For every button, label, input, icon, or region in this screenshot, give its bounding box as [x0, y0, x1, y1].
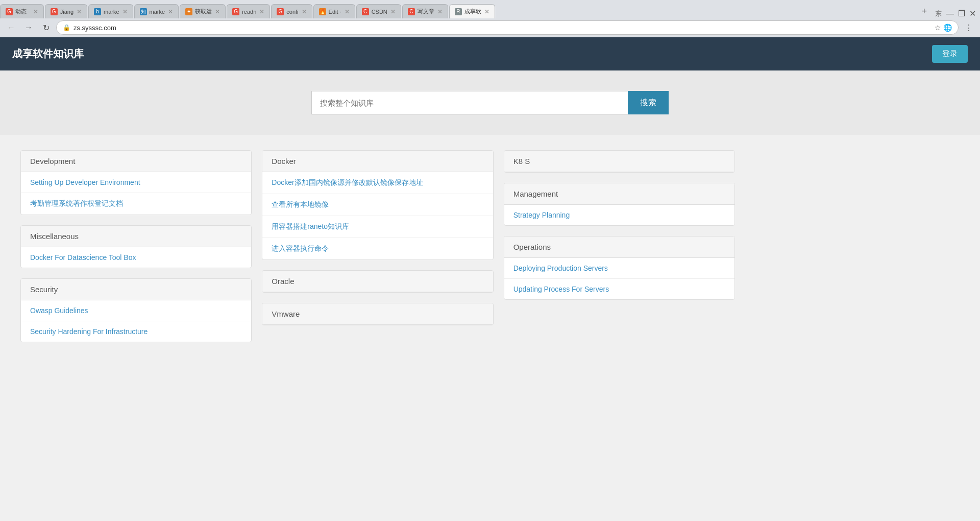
col3: K8 SManagement Strategy Planning Operati…: [504, 150, 735, 352]
category-link[interactable]: Docker For Datascience Tool Box: [30, 253, 136, 262]
category-header: Oracle: [262, 271, 493, 292]
tab-favicon: ✦: [185, 8, 192, 15]
tab-favicon: C: [362, 8, 369, 15]
category-card-k8s: K8 S: [504, 150, 735, 173]
category-card-miscellaneous: Miscellaneous Docker For Datascience Too…: [20, 225, 252, 268]
lock-icon: 🔒: [63, 24, 70, 31]
refresh-button[interactable]: ↻: [39, 20, 53, 35]
category-card-development: Development Setting Up Developer Environ…: [20, 150, 252, 215]
category-link[interactable]: 用容器搭建raneto知识库: [272, 222, 349, 230]
tab-close-icon[interactable]: ✕: [341, 8, 350, 15]
tab-favicon: 🔥: [319, 8, 326, 15]
list-item: Security Hardening For Infrastructure: [21, 321, 251, 342]
category-link[interactable]: Owasp Guidelines: [30, 306, 88, 315]
tab-label: Edit ·: [329, 9, 341, 15]
tab-close-icon[interactable]: ✕: [299, 8, 307, 15]
window-controls: 东 — ❐ ✕: [931, 9, 980, 18]
tab-favicon: b: [94, 8, 101, 15]
tab-label: 成享软: [464, 8, 481, 15]
tab-label: CSDN: [372, 9, 387, 15]
browser-tab-tab11[interactable]: R 成享软 ✕: [449, 4, 495, 18]
login-button[interactable]: 登录: [932, 45, 968, 63]
tab-label: 写文章: [418, 8, 434, 15]
browser-tab-tab2[interactable]: G Jiang ✕: [45, 4, 87, 18]
app-title: 成享软件知识库: [12, 47, 84, 61]
tab-close-icon[interactable]: ✕: [481, 8, 489, 15]
list-item: Owasp Guidelines: [21, 300, 251, 321]
app-header: 成享软件知识库 登录: [0, 37, 980, 70]
extensions-button[interactable]: ⋮: [962, 20, 976, 35]
category-header: Miscellaneous: [21, 226, 251, 247]
tab-label: marke: [104, 9, 119, 15]
browser-tab-tab4[interactable]: 知 marke ✕: [134, 4, 179, 18]
browser-tab-tab1[interactable]: G 动态 - ✕: [0, 4, 44, 18]
tab-label: 动态 -: [15, 8, 30, 15]
back-button[interactable]: ←: [4, 20, 18, 35]
tab-favicon: G: [51, 8, 58, 15]
list-item: 用容器搭建raneto知识库: [262, 216, 493, 238]
tab-close-icon[interactable]: ✕: [74, 8, 82, 15]
extra-tabs-indicator: 东: [935, 9, 942, 18]
category-header: K8 S: [504, 151, 734, 172]
browser-tab-tab10[interactable]: C 写文章 ✕: [402, 4, 448, 18]
bookmark-icon[interactable]: ☆: [935, 23, 941, 32]
category-card-oracle: Oracle: [262, 270, 493, 293]
tab-favicon: R: [455, 8, 462, 15]
category-card-security: Security Owasp Guidelines Security Harde…: [20, 278, 252, 342]
browser-tab-tab3[interactable]: b marke ✕: [88, 4, 133, 18]
category-link[interactable]: Setting Up Developer Environment: [30, 178, 140, 186]
browser-tab-tab9[interactable]: C CSDN ✕: [356, 4, 401, 18]
list-item: Strategy Planning: [504, 205, 734, 225]
browser-tab-tab8[interactable]: 🔥 Edit · ✕: [313, 4, 355, 18]
tab-close-icon[interactable]: ✕: [212, 8, 220, 15]
category-link[interactable]: Security Hardening For Infrastructure: [30, 327, 148, 336]
tab-close-icon[interactable]: ✕: [119, 8, 128, 15]
browser-tab-tab7[interactable]: G confi ✕: [271, 4, 312, 18]
tab-bar: G 动态 - ✕ G Jiang ✕ b marke ✕ 知 marke ✕ ✦…: [0, 0, 980, 18]
close-button[interactable]: ✕: [969, 9, 976, 18]
address-bar-row: ← → ↻ 🔒 zs.sysssc.com ☆ 🌐 ⋮: [0, 18, 980, 37]
tab-favicon: G: [232, 8, 239, 15]
tab-label: Jiang: [60, 9, 74, 15]
category-header: Operations: [504, 236, 734, 258]
tab-close-icon[interactable]: ✕: [434, 8, 443, 15]
search-section: 搜索: [0, 70, 980, 135]
minimize-button[interactable]: —: [946, 9, 954, 18]
category-link[interactable]: Docker添加国内镜像源并修改默认镜像保存地址: [272, 178, 423, 186]
search-button[interactable]: 搜索: [628, 91, 669, 114]
category-link[interactable]: Deploying Production Servers: [513, 264, 608, 272]
header-right: 登录: [932, 45, 968, 63]
tab-close-icon[interactable]: ✕: [165, 8, 173, 15]
category-link[interactable]: 考勤管理系统著作权登记文档: [30, 199, 123, 207]
forward-button[interactable]: →: [21, 20, 36, 35]
tab-favicon: G: [277, 8, 284, 15]
category-link[interactable]: 查看所有本地镜像: [272, 200, 329, 208]
tab-close-icon[interactable]: ✕: [387, 8, 396, 15]
category-link[interactable]: Updating Process For Servers: [513, 285, 609, 293]
list-item: 查看所有本地镜像: [262, 194, 493, 216]
maximize-button[interactable]: ❐: [958, 9, 965, 18]
list-item: Setting Up Developer Environment: [21, 172, 251, 193]
browser-chrome: G 动态 - ✕ G Jiang ✕ b marke ✕ 知 marke ✕ ✦…: [0, 0, 980, 37]
tab-close-icon[interactable]: ✕: [256, 8, 264, 15]
address-bar[interactable]: 🔒 zs.sysssc.com ☆ 🌐: [56, 20, 959, 35]
tab-label: readn: [242, 9, 256, 15]
tab-favicon: C: [408, 8, 415, 15]
category-header: Management: [504, 183, 734, 205]
list-item: Docker For Datascience Tool Box: [21, 247, 251, 268]
list-item: Docker添加国内镜像源并修改默认镜像保存地址: [262, 172, 493, 194]
category-link[interactable]: Strategy Planning: [513, 211, 570, 219]
browser-tab-tab6[interactable]: G readn ✕: [227, 4, 270, 18]
tab-label: marke: [150, 9, 165, 15]
new-tab-button[interactable]: +: [917, 4, 931, 18]
url-text: zs.sysssc.com: [74, 24, 930, 32]
browser-tab-tab5[interactable]: ✦ 获取运 ✕: [180, 4, 226, 18]
main-content: Development Setting Up Developer Environ…: [0, 135, 980, 441]
tab-close-icon[interactable]: ✕: [30, 8, 38, 15]
category-card-operations: Operations Deploying Production Servers …: [504, 236, 735, 300]
search-input[interactable]: [311, 91, 628, 114]
category-link[interactable]: 进入容器执行命令: [272, 244, 329, 252]
category-header: Docker: [262, 151, 493, 172]
category-header: Development: [21, 151, 251, 172]
category-card-docker: Docker Docker添加国内镜像源并修改默认镜像保存地址 查看所有本地镜像…: [262, 150, 493, 260]
